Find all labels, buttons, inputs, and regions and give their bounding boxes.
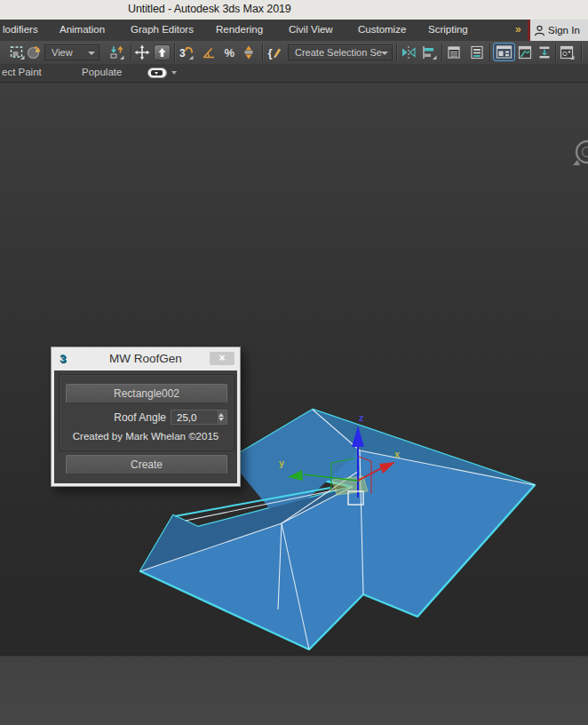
ribbon-tab-row: ect Paint Populate	[0, 64, 588, 83]
reference-coordinate-select[interactable]: View	[44, 44, 99, 60]
roof-angle-spinner[interactable]: 25,0	[171, 410, 227, 425]
scene-explorer-icon[interactable]	[469, 44, 485, 60]
sign-in-label: Sign In	[548, 25, 580, 36]
selection-region-icon[interactable]	[9, 44, 25, 60]
toolbar-separator	[262, 44, 263, 61]
main-toolbar: View 3 % { Create S	[0, 41, 588, 65]
toolbar-separator	[174, 44, 175, 61]
toolbar-separator	[555, 44, 556, 61]
create-button[interactable]: Create	[66, 455, 227, 474]
ribbon-window-icon	[494, 44, 514, 60]
angle-snap-icon[interactable]	[201, 44, 217, 60]
roofgen-dialog-titlebar[interactable]: 3 MW RoofGen ×	[52, 347, 240, 370]
max-logo-icon: 3	[60, 352, 66, 365]
menu-civil-view[interactable]: Civil View	[289, 24, 333, 35]
window-titlebar[interactable]: Untitled - Autodesk 3ds Max 2019	[0, 0, 588, 20]
svg-text:{: {	[268, 46, 273, 60]
reference-coordinate-value: View	[52, 47, 73, 58]
svg-text:3: 3	[179, 47, 186, 60]
svg-text:%: %	[225, 46, 235, 60]
window-crossing-icon[interactable]	[26, 44, 42, 60]
spinner-down-button[interactable]	[219, 418, 224, 421]
credit-text: Created by Mark Whelan ©2015	[54, 431, 237, 442]
layer-explorer-icon[interactable]	[446, 44, 462, 60]
material-editor-icon[interactable]	[559, 44, 575, 60]
roof-angle-label: Roof Angle	[54, 411, 166, 424]
spinner-up-button[interactable]	[219, 413, 224, 417]
minimize-ribbon-button[interactable]	[147, 68, 167, 78]
ribbon-options-arrow-icon[interactable]	[171, 71, 177, 75]
toolbar-separator	[581, 44, 582, 61]
pick-shape-button[interactable]: Rectangle002	[66, 384, 227, 403]
mirror-icon[interactable]	[401, 44, 417, 60]
tab-object-paint[interactable]: ect Paint	[2, 67, 42, 77]
keyboard-override-button[interactable]	[154, 44, 171, 60]
select-and-manipulate-icon[interactable]	[134, 44, 150, 60]
curve-editor-icon[interactable]	[517, 44, 533, 60]
spinner-snap-icon[interactable]	[241, 44, 257, 60]
menu-rendering[interactable]: Rendering	[216, 24, 263, 35]
menu-bar: lodifiers Animation Graph Editors Render…	[0, 20, 588, 42]
named-selection-set-value: Create Selection Se	[295, 47, 382, 58]
menu-overflow-chevron-icon[interactable]: »	[515, 23, 521, 36]
edit-named-sets-icon[interactable]: {	[266, 44, 282, 60]
menu-modifiers[interactable]: lodifiers	[3, 24, 38, 35]
use-center-icon[interactable]	[108, 44, 124, 60]
minimize-ribbon-icon	[151, 70, 163, 76]
toolbar-separator	[131, 44, 131, 61]
sign-in-button[interactable]: Sign In	[530, 20, 588, 41]
arrow-up-icon	[155, 45, 170, 60]
menu-scripting[interactable]: Scripting	[428, 24, 468, 35]
toolbar-separator	[489, 44, 490, 61]
window-title: Untitled - Autodesk 3ds Max 2019	[128, 3, 291, 15]
toolbar-separator	[396, 44, 397, 61]
roof-angle-value[interactable]: 25,0	[177, 412, 196, 423]
menu-customize[interactable]: Customize	[358, 24, 406, 35]
chevron-down-icon	[88, 52, 95, 55]
schematic-view-icon[interactable]	[536, 44, 552, 60]
menu-graph-editors[interactable]: Graph Editors	[131, 24, 194, 35]
tab-populate[interactable]: Populate	[82, 67, 122, 77]
ribbon-toggle-button[interactable]	[493, 43, 515, 61]
roofgen-dialog-body: Rectangle002 Roof Angle 25,0 Created by …	[54, 370, 237, 483]
close-button[interactable]: ×	[210, 352, 234, 365]
chevron-down-icon	[381, 52, 388, 55]
roofgen-dialog: 3 MW RoofGen × Rectangle002 Roof Angle 2…	[51, 347, 241, 487]
spinner-buttons	[216, 410, 226, 424]
align-icon[interactable]	[421, 44, 437, 60]
menu-animation[interactable]: Animation	[60, 24, 105, 35]
lower-panel-area	[0, 656, 588, 725]
percent-snap-icon[interactable]: %	[222, 44, 238, 60]
user-icon	[534, 24, 545, 37]
named-selection-set-select[interactable]: Create Selection Se	[288, 44, 393, 60]
toolbar-separator	[441, 44, 442, 61]
snap-toggle-3d-icon[interactable]: 3	[178, 44, 194, 60]
